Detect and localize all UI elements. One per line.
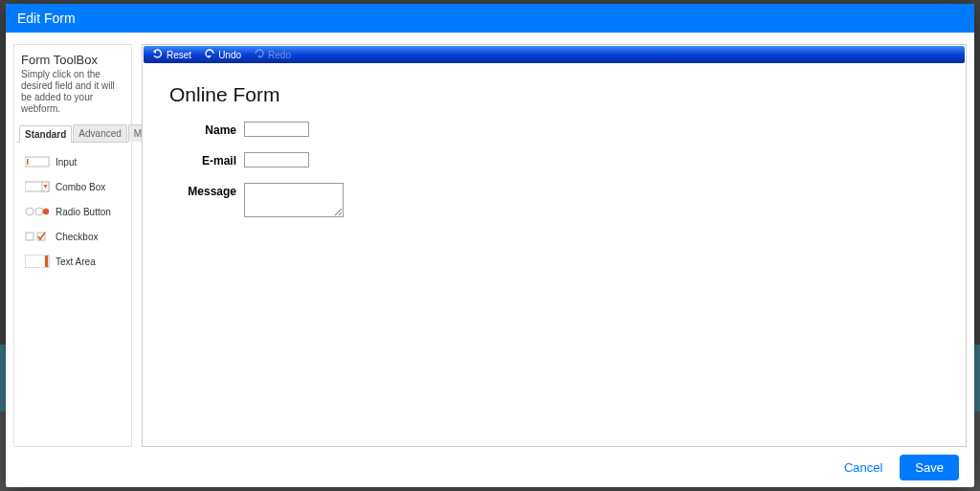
- undo-icon: [205, 49, 214, 60]
- svg-rect-8: [26, 233, 33, 240]
- modal-title: Edit Form: [17, 11, 76, 26]
- edit-form-modal: Edit Form Form ToolBox Simply click on t…: [6, 4, 974, 487]
- textarea-icon: [25, 256, 50, 267]
- toolbox-item-combobox[interactable]: Combo Box: [23, 177, 122, 196]
- form-toolbox-panel: Form ToolBox Simply click on the desired…: [13, 44, 132, 447]
- checkbox-icon: [25, 231, 50, 242]
- form-title: Online Form: [169, 83, 939, 106]
- reset-label: Reset: [167, 50, 191, 60]
- toolbox-item-list: Input Combo Box: [17, 143, 128, 286]
- toolbox-item-input[interactable]: Input: [23, 152, 122, 171]
- modal-header: Edit Form: [6, 4, 974, 33]
- cancel-button[interactable]: Cancel: [844, 460, 882, 475]
- field-label-email: E-mail: [169, 152, 244, 169]
- svg-rect-1: [27, 159, 29, 165]
- toolbox-item-textarea[interactable]: Text Area: [23, 252, 122, 271]
- svg-rect-11: [45, 256, 48, 267]
- editor-panel: Reset Undo Redo: [142, 44, 967, 447]
- reset-icon: [153, 49, 163, 60]
- toolbox-item-checkbox[interactable]: Checkbox: [23, 227, 122, 246]
- toolbox-tabs: Standard Advanced Misc.: [17, 124, 128, 143]
- input-icon: [25, 156, 50, 167]
- toolbox-item-label: Checkbox: [56, 232, 98, 242]
- toolbox-description: Simply click on the desired field and it…: [17, 69, 128, 124]
- modal-footer: Cancel Save: [6, 447, 974, 487]
- toolbox-item-label: Input: [56, 157, 77, 167]
- field-label-message: Message: [169, 183, 244, 200]
- radio-icon: [25, 206, 50, 217]
- editor-canvas[interactable]: Online Form Name E-mail Message: [143, 64, 966, 446]
- svg-point-7: [43, 209, 49, 214]
- message-field[interactable]: [244, 183, 344, 217]
- dimmed-background: Edit Form Form ToolBox Simply click on t…: [0, 0, 980, 491]
- name-field[interactable]: [244, 122, 309, 137]
- combobox-icon: [25, 181, 50, 192]
- toolbox-item-radio[interactable]: Radio Button: [23, 202, 122, 221]
- reset-button[interactable]: Reset: [153, 49, 191, 60]
- toolbox-item-label: Text Area: [56, 257, 96, 267]
- toolbox-title: Form ToolBox: [17, 53, 128, 69]
- tab-standard[interactable]: Standard: [19, 125, 72, 143]
- save-button[interactable]: Save: [900, 455, 959, 480]
- tab-advanced[interactable]: Advanced: [73, 124, 126, 142]
- email-field[interactable]: [244, 152, 309, 167]
- svg-point-6: [35, 208, 43, 215]
- form-row-email: E-mail: [169, 152, 939, 169]
- svg-point-5: [26, 208, 33, 215]
- toolbox-item-label: Combo Box: [56, 182, 105, 192]
- modal-body: Form ToolBox Simply click on the desired…: [6, 33, 974, 447]
- svg-rect-0: [25, 157, 49, 167]
- redo-button: Redo: [255, 49, 291, 60]
- form-row-name: Name: [169, 122, 939, 139]
- editor-toolbar: Reset Undo Redo: [144, 46, 965, 63]
- toolbox-item-label: Radio Button: [56, 207, 111, 217]
- redo-label: Redo: [268, 50, 291, 60]
- undo-button[interactable]: Undo: [205, 49, 241, 60]
- field-label-name: Name: [169, 122, 244, 139]
- redo-icon: [255, 49, 264, 60]
- undo-label: Undo: [218, 50, 241, 60]
- form-row-message: Message: [169, 183, 939, 217]
